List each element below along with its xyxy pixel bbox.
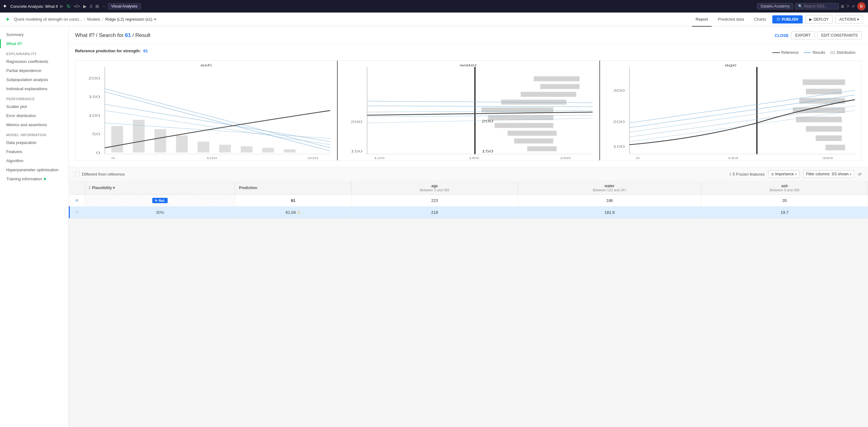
svg-text:0: 0 (636, 156, 640, 160)
svg-rect-11 (176, 136, 188, 153)
water-range: Between 122 and 247 (522, 188, 698, 192)
visual-analyses-button[interactable]: Visual Analyses (108, 3, 141, 9)
ash-header: ash (705, 184, 864, 188)
sidebar-item-scatter-plot[interactable]: Scatter plot (0, 102, 68, 111)
sidebar-item-features[interactable]: Features (0, 147, 68, 156)
close-button[interactable]: CLOSE (775, 31, 789, 39)
warning-icon: ⚠ (297, 210, 301, 215)
svg-text:water: water (459, 63, 477, 67)
svg-text:ash: ash (200, 63, 212, 67)
frozen-count-label: 5 Frozen features (733, 172, 765, 176)
filter-label: Filter columns: 3/3 shown (806, 172, 848, 176)
sidebar-item-individual-explanations[interactable]: Individual explanations (0, 84, 68, 93)
result-eye-cell[interactable]: 👁 (69, 207, 85, 218)
sidebar-item-regression-coefficients[interactable]: Regression coefficients (0, 57, 68, 66)
sidebar: Summary What if? EXPLAINABILITY Regressi… (0, 26, 69, 427)
svg-rect-14 (241, 146, 253, 152)
svg-rect-10 (154, 129, 166, 153)
grid-icon[interactable]: ⊞ (95, 4, 99, 9)
sidebar-item-training-information[interactable]: Training information (0, 174, 68, 183)
tab-predicted-data[interactable]: Predicted data (714, 13, 748, 27)
diff-from-ref-checkbox[interactable] (75, 172, 80, 176)
sidebar-item-whatif[interactable]: What if? (0, 39, 68, 48)
sidebar-item-metrics-assertions[interactable]: Metrics and assertions (0, 120, 68, 129)
charts-container: 0 50 100 150 200 ash (75, 60, 862, 161)
right-icons: ⊞ ? ↗ D (841, 2, 866, 10)
svg-text:120: 120 (374, 156, 384, 160)
code-icon[interactable]: </> (74, 4, 80, 9)
help-icon[interactable]: ? (847, 4, 849, 9)
svg-text:150: 150 (350, 149, 362, 153)
svg-rect-38 (507, 131, 557, 136)
svg-rect-13 (219, 145, 231, 152)
breadcrumb: Quick modeling of strength on concr... /… (14, 17, 156, 22)
actions-button[interactable]: ACTIONS ▾ (835, 15, 863, 24)
sidebar-item-subpopulation-analysis[interactable]: Subpopulation analysis (0, 75, 68, 84)
export-button[interactable]: EXPORT (791, 31, 814, 39)
result-plausibility-cell: 30% (85, 207, 235, 218)
sidebar-item-summary[interactable]: Summary (0, 30, 68, 39)
sidebar-item-hyperparameter-optimization[interactable]: Hyperparameter optimization (0, 165, 68, 174)
more-icon[interactable]: ··· (102, 4, 106, 9)
ref-age-cell: 223 (351, 195, 518, 207)
whatif-title-suffix: / Result (132, 32, 150, 38)
breadcrumb-dropdown[interactable]: ▾ (154, 17, 156, 22)
legend-distribution: Distribution (830, 50, 856, 55)
ref-prediction-value: 61 (143, 49, 148, 53)
deploy-label: DEPLOY (814, 17, 829, 22)
sidebar-item-partial-dependence[interactable]: Partial dependence (0, 66, 68, 75)
avatar[interactable]: D (857, 2, 866, 10)
importance-label: Importance (775, 172, 794, 176)
svg-rect-63 (806, 126, 842, 132)
publish-button[interactable]: ⬡ PUBLISH (772, 15, 803, 24)
tab-report[interactable]: Report (692, 13, 712, 27)
publish-icon: ⬡ (777, 17, 780, 21)
importance-select[interactable]: ⊞ Importance ▾ (768, 170, 800, 178)
eye-icon-result[interactable]: 👁 (75, 210, 80, 215)
pin-icon[interactable]: ⊳ (60, 4, 63, 9)
svg-text:200: 200 (350, 120, 362, 124)
academy-button[interactable]: Dataiku Academy (757, 3, 793, 9)
chart-age: 100 200 300 age (599, 61, 862, 160)
refresh-icon[interactable]: ↻ (67, 3, 71, 9)
tab-charts[interactable]: Charts (750, 13, 770, 27)
svg-rect-35 (482, 107, 553, 112)
ash-range: Between 0 and 200 (705, 188, 864, 192)
search-box[interactable]: 🔍 Search DSS... (795, 3, 839, 9)
sidebar-item-data-preparation[interactable]: Data preparation (0, 138, 68, 147)
sidebar-item-algorithm[interactable]: Algorithm (0, 156, 68, 165)
sidebar-item-error-distribution[interactable]: Error distribution (0, 111, 68, 120)
edit-constraints-button[interactable]: EDIT CONSTRAINTS (817, 31, 862, 39)
svg-rect-59 (806, 89, 842, 94)
diff-from-ref-label: Different from reference (82, 172, 125, 176)
filter-columns-select[interactable]: Filter columns: 3/3 shown ▾ (803, 170, 854, 178)
svg-rect-33 (521, 92, 576, 97)
deploy-button[interactable]: ▶ DEPLOY (805, 15, 833, 24)
result-ash-cell: 19.7 (701, 207, 868, 218)
ref-eye-cell[interactable]: 👁 (69, 195, 85, 207)
training-info-label: Training information (6, 176, 42, 181)
result-age-cell: 218 (351, 207, 518, 218)
print-icon[interactable]: ⎙ (90, 4, 92, 9)
publish-label: PUBLISH (782, 17, 798, 22)
svg-line-43 (367, 111, 592, 112)
svg-text:100: 100 (613, 145, 625, 149)
analytics-icon[interactable]: ↗ (851, 4, 855, 9)
svg-rect-31 (534, 76, 579, 81)
main-layout: Summary What if? EXPLAINABILITY Regressi… (0, 26, 868, 427)
svg-rect-12 (197, 142, 210, 152)
apps-icon[interactable]: ⊞ (841, 4, 844, 9)
eye-icon-ref[interactable]: 👁 (75, 198, 79, 203)
sidebar-section-performance: PERFORMANCE (0, 93, 68, 102)
result-prediction-cell: 61.04 ⚠ (235, 207, 351, 218)
svg-line-45 (367, 118, 592, 123)
svg-rect-37 (495, 123, 553, 128)
shuffle-icon[interactable]: ⇄ (858, 172, 862, 176)
play-icon[interactable]: ▶ (83, 4, 87, 9)
result-water-cell: 181.9 (518, 207, 701, 218)
svg-text:300: 300 (613, 89, 625, 93)
importance-dropdown-icon: ▾ (795, 172, 797, 176)
col-plausibility[interactable]: ℹ Plausibility ▾ (85, 181, 235, 195)
ref-prediction-label: Reference prediction for strength: (75, 49, 141, 53)
sidebar-section-model-info: MODEL INFORMATION (0, 129, 68, 138)
